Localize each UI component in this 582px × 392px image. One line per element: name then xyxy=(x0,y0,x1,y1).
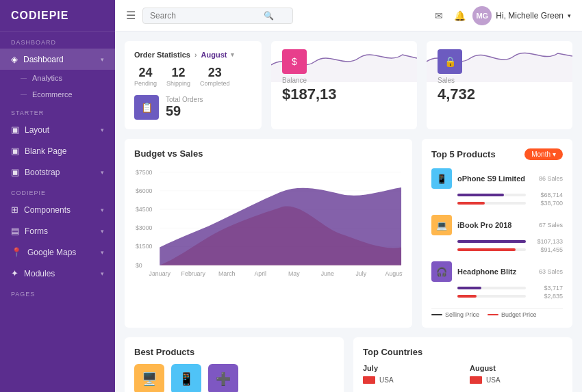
sidebar-item-layout[interactable]: ▣ Layout ▾ xyxy=(0,119,115,140)
top-row: Order Statistics › August ▾ 24 Pending 1… xyxy=(125,41,572,129)
sidebar-item-label: Forms xyxy=(25,226,48,236)
svg-text:June: June xyxy=(321,270,334,277)
chart-legend: Selling Price Budget Price xyxy=(431,308,563,318)
user-menu[interactable]: MG Hi, Michelle Green ▾ xyxy=(472,6,571,25)
svg-text:January: January xyxy=(149,270,171,277)
forms-icon: ▤ xyxy=(11,226,19,236)
product-name: iBook Pro 2018 xyxy=(457,221,511,229)
product-item: 💻 iBook Pro 2018 67 Sales $107,133 xyxy=(431,215,563,253)
orders-icon: 📋 xyxy=(134,95,159,120)
top-countries-card: Top Countries July USA August USA xyxy=(353,337,572,392)
svg-text:$3000: $3000 xyxy=(136,224,153,231)
product-sales: 86 Sales xyxy=(539,175,563,182)
chevron-down-icon: ▾ xyxy=(101,169,104,176)
sidebar-item-analytics[interactable]: Analytics xyxy=(0,70,115,86)
sales-card: 🔒 Sales 4,732 xyxy=(427,41,572,129)
progress-label: $107,133 xyxy=(529,238,563,245)
layout-icon: ▣ xyxy=(11,125,19,135)
sidebar-item-label: Google Maps xyxy=(27,248,76,257)
product-icon-2: 📱 xyxy=(171,364,201,392)
sidebar-item-modules[interactable]: ✦ Modules ▾ xyxy=(0,263,115,284)
dashboard-icon: ◈ xyxy=(11,54,18,64)
best-products-icons: 🖥️ 📱 ➕ xyxy=(134,364,334,392)
best-products-card: Best Products 🖥️ 📱 ➕ xyxy=(125,337,344,392)
chevron-down-icon: ▾ xyxy=(101,207,104,213)
svg-text:$6000: $6000 xyxy=(136,187,153,194)
middle-row: Budget vs Sales $7500 $6000 $4500 $3000 … xyxy=(125,139,572,328)
sidebar-item-blank-page[interactable]: ▣ Blank Page xyxy=(0,140,115,161)
sidebar-item-label: Dashboard xyxy=(23,55,64,64)
chevron-down-icon: ▾ xyxy=(101,228,104,235)
product-item: 🎧 Headphone Blitz 63 Sales $3,717 xyxy=(431,261,563,300)
top-countries-title: Top Countries xyxy=(363,347,563,357)
product-icon: 🎧 xyxy=(431,261,452,282)
svg-text:April: April xyxy=(254,270,266,277)
sidebar-item-dashboard[interactable]: ◈ Dashboard ▾ xyxy=(0,49,115,70)
july-countries: July USA xyxy=(363,364,456,387)
balance-icon: $ xyxy=(282,49,307,74)
svg-text:February: February xyxy=(181,270,206,277)
usa-flag-august xyxy=(470,376,482,384)
order-stats-numbers: 24 Pending 12 Shipping 23 Completed xyxy=(134,66,252,87)
chevron-down-icon: ▾ xyxy=(101,249,104,256)
sidebar-section-starter: STARTER xyxy=(0,103,115,119)
map-icon: 📍 xyxy=(11,247,22,257)
countries-row: July USA August USA xyxy=(363,364,563,387)
pending-stat: 24 Pending xyxy=(134,66,157,87)
svg-text:July: July xyxy=(355,270,366,277)
sidebar-section-codiepie: CODIEPIE xyxy=(0,183,115,199)
top-products-header: Top 5 Products Month ▾ xyxy=(431,148,563,160)
product-icon: 📱 xyxy=(431,168,452,189)
orders-total-row: 📋 Total Orders 59 xyxy=(134,95,252,120)
progress-label: $2,835 xyxy=(529,293,563,300)
sidebar-item-forms[interactable]: ▤ Forms ▾ xyxy=(0,220,115,241)
orders-total-info: Total Orders 59 xyxy=(166,96,203,119)
product-sales: 67 Sales xyxy=(539,222,563,228)
sidebar: CODIEPIE DASHBOARD ◈ Dashboard ▾ Analyti… xyxy=(0,0,115,392)
product-icon: 💻 xyxy=(431,215,452,235)
progress-label: $68,714 xyxy=(529,192,563,198)
search-input[interactable] xyxy=(150,11,260,21)
product-icon-3: ➕ xyxy=(208,364,238,392)
legend-budget: Budget Price xyxy=(501,311,537,318)
mail-icon[interactable]: ✉ xyxy=(435,10,443,21)
progress-label: $91,455 xyxy=(529,246,563,253)
product-name: Headphone Blitz xyxy=(457,267,516,276)
bottom-row: Best Products 🖥️ 📱 ➕ Top Countries July … xyxy=(125,337,572,392)
search-box[interactable]: 🔍 xyxy=(142,8,293,24)
budget-chart-title: Budget vs Sales xyxy=(134,148,403,159)
svg-text:$4500: $4500 xyxy=(136,206,153,213)
legend-selling: Selling Price xyxy=(445,311,479,318)
sidebar-item-components[interactable]: ⊞ Components ▾ xyxy=(0,199,115,220)
order-stats-title: Order Statistics xyxy=(134,51,190,59)
sidebar-logo: CODIEPIE xyxy=(0,0,115,32)
sidebar-item-label: Layout xyxy=(25,125,49,135)
sidebar-item-label: Blank Page xyxy=(25,146,66,156)
svg-text:August: August xyxy=(385,270,403,277)
sidebar-item-google-maps[interactable]: 📍 Google Maps ▾ xyxy=(0,241,115,263)
month-filter-button[interactable]: Month ▾ xyxy=(524,148,563,160)
main-content: ☰ 🔍 ✉ 🔔 MG Hi, Michelle Green ▾ Order St… xyxy=(115,0,582,392)
sidebar-sub-label: Analytics xyxy=(32,74,62,82)
top-products-title: Top 5 Products xyxy=(431,149,496,159)
sidebar-item-bootstrap[interactable]: ▣ Bootstrap ▾ xyxy=(0,161,115,183)
svg-text:March: March xyxy=(218,270,236,277)
product-icon-1: 🖥️ xyxy=(134,364,164,392)
menu-icon[interactable]: ☰ xyxy=(126,9,136,22)
sidebar-item-ecommerce[interactable]: Ecommerce xyxy=(0,86,115,103)
chevron-down-icon: ▾ xyxy=(553,151,556,158)
svg-text:$1500: $1500 xyxy=(136,243,153,250)
country-name: USA xyxy=(379,376,394,384)
budget-chart-svg: $7500 $6000 $4500 $3000 $1500 $0 xyxy=(134,164,403,280)
sales-icon: 🔒 xyxy=(438,49,462,74)
sidebar-sub-label: Ecommerce xyxy=(32,90,73,99)
country-name: USA xyxy=(486,376,501,384)
sidebar-item-label: Bootstrap xyxy=(25,168,60,177)
order-stats-period[interactable]: August xyxy=(201,51,227,59)
chevron-down-icon: ▾ xyxy=(101,270,104,277)
bootstrap-icon: ▣ xyxy=(11,167,19,177)
product-sales: 63 Sales xyxy=(539,268,563,275)
header-icons: ✉ 🔔 xyxy=(435,10,466,21)
bell-icon[interactable]: 🔔 xyxy=(454,10,466,21)
order-stats-card: Order Statistics › August ▾ 24 Pending 1… xyxy=(125,41,262,129)
